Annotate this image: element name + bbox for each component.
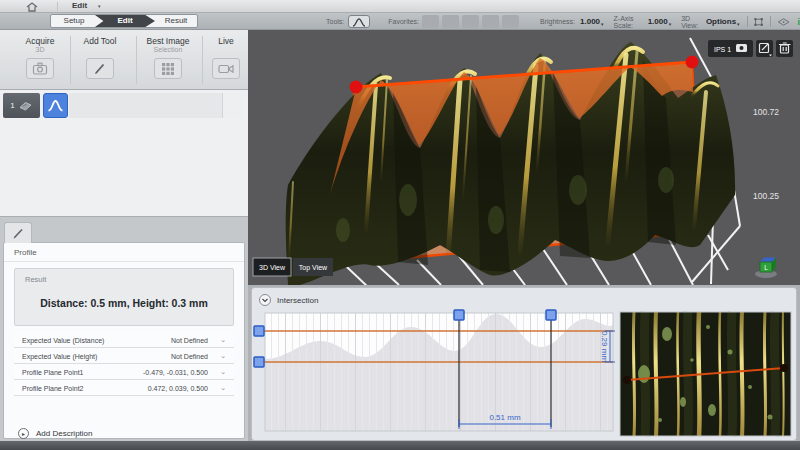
favorite-slot-3[interactable] (462, 15, 479, 28)
lower-line-handle[interactable] (254, 357, 264, 367)
titlebar-divider (57, 2, 58, 11)
app-window: Edit ▾ Setup Edit Result Tools: Favorite… (0, 0, 800, 450)
delete-button[interactable] (776, 40, 793, 57)
cube-face-label: L (764, 264, 768, 271)
menu-edit-caret-icon[interactable]: ▾ (98, 3, 101, 9)
row-expected-height[interactable]: Expected Value (Height) Not Defined ⌄ (14, 349, 234, 364)
row-label: Profile Plane Point1 (22, 369, 83, 376)
3d-plane-icon[interactable] (778, 17, 789, 27)
menu-edit[interactable]: Edit (72, 1, 87, 10)
toolbar-divider (202, 36, 203, 84)
intersection-collapse-button[interactable] (260, 295, 271, 306)
chevron-down-icon[interactable]: ⌄ (220, 336, 226, 344)
tool-list: 1 (0, 90, 248, 217)
chevron-down-icon[interactable]: ⌄ (220, 352, 226, 360)
brightness-caret-icon[interactable]: ▾ (601, 21, 604, 27)
plane-handle-right[interactable] (686, 56, 699, 69)
z-axis-scale-value[interactable]: 1.000 (648, 17, 668, 26)
view-top-label: Top View (299, 264, 328, 272)
ips-snapshot-button[interactable]: IPS 1 (708, 40, 753, 57)
workflow-tabs: Setup Edit Result (50, 14, 198, 28)
favorite-slot-1[interactable] (422, 15, 439, 28)
camera-icon (736, 44, 747, 52)
chevron-down-icon[interactable]: ⌄ (220, 368, 226, 376)
plane-handle-left[interactable] (350, 81, 363, 94)
view-3d-label: 3D View (259, 264, 286, 271)
live-button[interactable] (212, 58, 240, 79)
view-mode-top-button[interactable]: Top View (293, 258, 333, 276)
toolbar-divider (70, 36, 71, 84)
brightness-value[interactable]: 1.000 (580, 17, 600, 26)
add-tool-group: Add Tool (72, 36, 128, 79)
photo-line-endpoint-right[interactable] (780, 364, 788, 372)
brightness-label: Brightness: (540, 18, 575, 25)
edit-profile-tab[interactable] (4, 222, 32, 243)
favorite-slot-5[interactable] (502, 15, 519, 28)
row-value: Not Defined (171, 353, 208, 360)
z-axis-scale-label: Z-Axis Scale: (614, 15, 643, 29)
titlebar: Edit ▾ (0, 0, 800, 13)
fit-frame-icon[interactable] (754, 16, 763, 28)
add-description-label: Add Description (36, 429, 92, 438)
right-cursor-handle[interactable] (546, 310, 556, 320)
z-upper-label: 100.72 (753, 107, 779, 117)
result-box: Result Distance: 0.5 mm, Height: 0.3 mm (14, 268, 234, 326)
profile-panel: Profile Result Distance: 0.5 mm, Height:… (3, 242, 245, 439)
z-axis-caret-icon[interactable]: ▾ (669, 21, 672, 27)
dataset-tile[interactable]: 1 (3, 93, 40, 118)
add-tool-button[interactable] (86, 58, 114, 79)
ribbon-divider (747, 16, 748, 27)
profile-tool-button[interactable] (348, 15, 370, 28)
tool-row-end[interactable] (222, 93, 245, 118)
row-plane-point1[interactable]: Profile Plane Point1 -0.479, -0.031, 0.5… (14, 365, 234, 380)
tab-edit[interactable]: Edit (95, 15, 155, 27)
favorite-slot-4[interactable] (482, 15, 499, 28)
tab-setup[interactable]: Setup (51, 15, 97, 27)
best-image-button[interactable] (154, 58, 182, 79)
row-label: Expected Value (Distance) (22, 337, 104, 344)
upper-line-handle[interactable] (254, 326, 264, 336)
add-description[interactable]: ▸ Add Description (18, 428, 92, 439)
home-icon[interactable] (26, 2, 38, 12)
divider (4, 261, 244, 262)
tools-label: Tools: (326, 18, 344, 25)
export-edit-button[interactable] (756, 40, 773, 57)
left-cursor-handle[interactable] (454, 310, 464, 320)
dataset-index: 1 (10, 101, 14, 110)
view-mode-3d-button[interactable]: 3D View (253, 258, 291, 276)
row-label: Profile Plane Point2 (22, 385, 83, 392)
expand-icon[interactable]: ▸ (18, 428, 29, 439)
add-tool-subtitle (72, 46, 128, 54)
add-tool-title: Add Tool (72, 36, 128, 46)
viewport-3d[interactable]: 100.72 100.25 IPS 1 (248, 30, 800, 285)
live-subtitle (204, 46, 248, 54)
pencil-icon (93, 62, 107, 75)
tab-result[interactable]: Result (155, 15, 197, 27)
window-bottom-edge (0, 441, 800, 450)
row-plane-point2[interactable]: Profile Plane Point2 0.472, 0.039, 0.500… (14, 381, 234, 396)
ribbon-divider (770, 16, 771, 27)
profile-tool-tile-selected[interactable] (43, 93, 68, 118)
surface-photo[interactable] (620, 312, 791, 436)
chevron-down-icon[interactable]: ⌄ (220, 384, 226, 392)
ips-label: IPS 1 (714, 46, 731, 53)
profile-graph[interactable]: 0.51 mm 0.29 mm (254, 310, 615, 431)
acquire-3d-button[interactable] (26, 58, 54, 79)
photo-line-endpoint-left[interactable] (623, 376, 631, 384)
intersection-section: Intersection 0.51 mm (248, 285, 800, 450)
3d-view-options[interactable]: Options (706, 17, 736, 26)
live-title: Live (204, 36, 248, 46)
live-group: Live (204, 36, 248, 79)
ribbon-toolbar: Setup Edit Result Tools: Favorites: Brig… (0, 13, 800, 30)
row-expected-distance[interactable]: Expected Value (Distance) Not Defined ⌄ (14, 333, 234, 348)
toolbar-divider (136, 36, 137, 84)
row-value: -0.479, -0.031, 0.500 (143, 369, 208, 376)
3d-view-caret-icon[interactable]: ▾ (737, 21, 740, 27)
favorites-label: Favorites: (388, 18, 419, 25)
best-image-subtitle: Selection (138, 46, 198, 54)
favorite-slot-2[interactable] (442, 15, 459, 28)
z-lower-label: 100.25 (753, 191, 779, 201)
row-label: Expected Value (Height) (22, 353, 97, 360)
acquire-title: Acquire (12, 36, 68, 46)
acquire-toolbar: Acquire 3D Add Tool (0, 30, 248, 90)
